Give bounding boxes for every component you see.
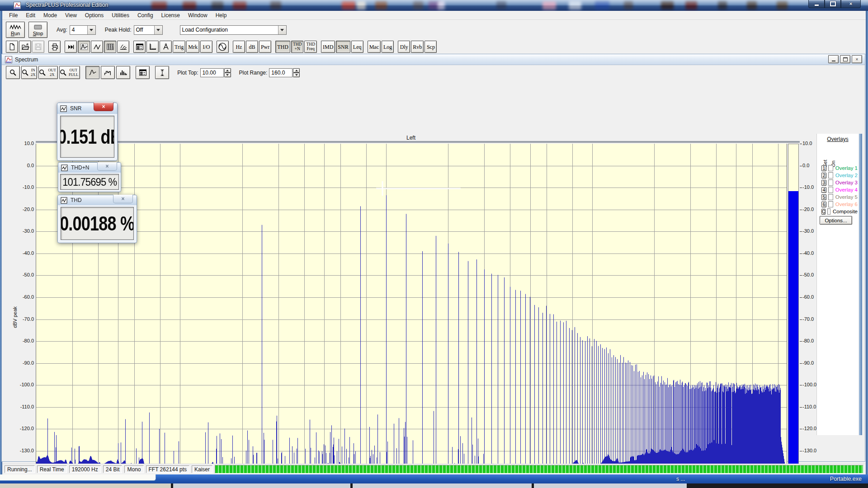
menu-item[interactable]: License (157, 11, 184, 19)
status-panel: FFT 262144 pts (146, 465, 190, 473)
avg-select[interactable]: 4 (70, 25, 96, 35)
power-meter-button[interactable]: Pwr (259, 41, 271, 53)
close-button[interactable]: × (94, 103, 113, 111)
close-button[interactable]: × (841, 0, 861, 8)
spectrum-plot[interactable] (36, 144, 787, 488)
db-meter-button[interactable]: dB (246, 41, 258, 53)
overlay-checkbox[interactable] (828, 201, 833, 207)
spin-up-icon[interactable] (224, 68, 231, 73)
overlays-options-button[interactable]: Options... (820, 216, 852, 225)
imd-meter-button[interactable]: IMD (321, 41, 335, 53)
plot-range-spinner[interactable] (293, 68, 300, 77)
menu-item[interactable]: Edit (22, 11, 39, 19)
calibration-button[interactable] (160, 41, 172, 53)
overlay-set-button[interactable]: 4 (821, 187, 826, 193)
menu-item[interactable]: Help (212, 11, 231, 19)
logging-button[interactable]: Log (382, 41, 394, 53)
zoom-button[interactable] (6, 66, 20, 79)
surface-view-button[interactable] (117, 41, 129, 53)
overlay-checkbox[interactable] (828, 179, 833, 186)
run-button[interactable]: Run (6, 22, 25, 38)
child-restore-button[interactable] (840, 55, 850, 63)
new-doc-icon (8, 43, 16, 51)
menu-item[interactable]: View (61, 11, 81, 19)
bar-plot-button[interactable] (116, 66, 130, 79)
snr-meter-titlebar[interactable]: SNR × (57, 103, 117, 114)
scope-button[interactable]: Scp (425, 41, 437, 53)
child-scrollbar-strip[interactable] (859, 134, 862, 435)
chevron-down-icon[interactable] (278, 26, 286, 34)
maximize-button[interactable] (825, 0, 841, 8)
delay-button[interactable]: Dly (398, 41, 410, 53)
child-minimize-button[interactable] (828, 55, 839, 63)
overlay-set-button[interactable]: 5 (821, 194, 826, 200)
overlay-set-button[interactable]: 2 (821, 173, 826, 178)
new-file-button[interactable] (6, 41, 18, 53)
input-output-button[interactable]: I/O (200, 41, 212, 53)
save-file-button[interactable] (32, 41, 44, 53)
step-plot-button[interactable] (101, 66, 115, 79)
status-panel: 192000 Hz (69, 465, 101, 473)
reverb-button[interactable]: Rvb (411, 41, 424, 53)
leq-meter-button[interactable]: Leq (351, 41, 363, 53)
line-plot-button[interactable] (85, 66, 99, 79)
signal-generator-button[interactable] (217, 41, 229, 53)
thd-freq-meter-button[interactable]: THD Freq (304, 41, 317, 53)
menu-item[interactable]: Utilities (108, 11, 133, 19)
trigger-button[interactable]: Trig (173, 41, 185, 53)
display-options-button[interactable] (133, 41, 146, 53)
waveform-view-button[interactable] (91, 41, 103, 53)
overlay-set-button[interactable]: 3 (821, 180, 826, 186)
spectrum-window-titlebar[interactable]: Spectrum × (2, 54, 865, 65)
plot-top-spinner[interactable] (224, 68, 231, 77)
peak-hold-select[interactable]: Off (134, 25, 163, 35)
open-file-button[interactable] (19, 41, 31, 53)
menu-item[interactable]: Mode (39, 11, 61, 19)
spectrum-view-button[interactable] (78, 41, 90, 53)
overlay-set-button[interactable]: 1 (821, 165, 826, 171)
thdn-meter-titlebar[interactable]: THD+N × (58, 163, 121, 173)
child-close-button[interactable]: × (852, 55, 862, 63)
spin-down-icon[interactable] (224, 73, 231, 77)
spectrogram-view-button[interactable] (104, 41, 116, 53)
zoom-out-2x-button[interactable]: OUT 2X (38, 66, 57, 79)
load-configuration-select[interactable]: Load Configuration (180, 25, 287, 35)
vertical-scale-button[interactable] (155, 66, 169, 79)
zoom-out-full-button[interactable]: OUT FULL (59, 66, 80, 79)
overlay-checkbox[interactable] (827, 208, 830, 215)
plot-top-input[interactable]: 10.00 (200, 68, 224, 77)
overlay-set-button[interactable]: C (821, 209, 826, 215)
thd-n-meter-button[interactable]: THD +N (291, 41, 304, 53)
menu-item[interactable]: File (5, 11, 22, 19)
fast-forward-button[interactable] (65, 41, 77, 53)
chevron-down-icon[interactable] (87, 26, 95, 34)
spin-down-icon[interactable] (293, 73, 300, 77)
scaling-button[interactable] (146, 41, 159, 53)
chevron-down-icon[interactable] (154, 26, 162, 34)
close-button[interactable]: × (97, 162, 117, 171)
plot-range-input[interactable]: 160.0 (269, 68, 292, 77)
print-button[interactable] (48, 41, 61, 53)
thd-meter-titlebar[interactable]: THD × (58, 195, 137, 205)
macro-button[interactable]: Mac (368, 41, 381, 53)
snr-meter-button[interactable]: SNR (336, 41, 350, 53)
display-settings-button[interactable] (136, 66, 150, 79)
menu-item[interactable]: Config (133, 11, 157, 19)
menu-item[interactable]: Options (81, 11, 108, 19)
overlay-checkbox[interactable] (828, 172, 833, 178)
thd-meter-button[interactable]: THD (275, 41, 290, 53)
spin-up-icon[interactable] (293, 68, 300, 73)
zoom-in-2x-button[interactable]: IN 2X (21, 66, 37, 79)
minimize-button[interactable] (808, 0, 825, 8)
overlay-checkbox[interactable] (828, 187, 833, 193)
overlay-checkbox[interactable] (828, 194, 833, 200)
taskbar-item[interactable]: Portable.exe (830, 476, 862, 482)
close-button[interactable]: × (113, 195, 133, 203)
menu-item[interactable]: Window (184, 11, 212, 19)
stop-button[interactable]: Stop (28, 22, 47, 38)
markers-button[interactable]: Mrk (186, 41, 199, 53)
hz-meter-button[interactable]: Hz (233, 41, 245, 53)
overlay-checkbox[interactable] (828, 165, 833, 171)
overlay-set-button[interactable]: 6 (821, 202, 826, 207)
taskbar-item[interactable]: s ... (676, 476, 685, 482)
